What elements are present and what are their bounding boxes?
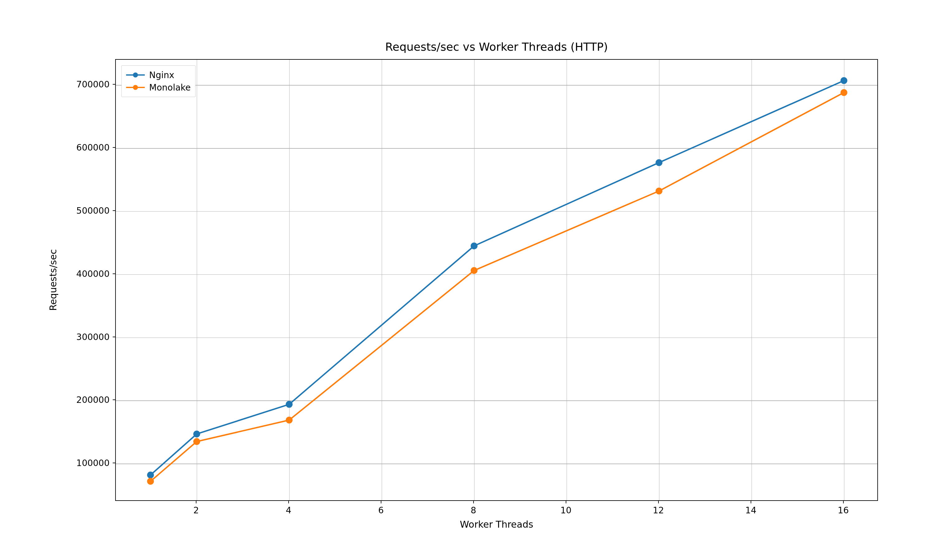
legend-label: Nginx — [149, 70, 174, 80]
series-line — [150, 81, 844, 475]
x-tick-label: 12 — [653, 505, 664, 515]
x-tick-label: 2 — [193, 505, 199, 515]
series-marker — [147, 478, 154, 485]
x-tick-label: 8 — [471, 505, 476, 515]
series-marker — [471, 242, 478, 249]
chart-figure: Requests/sec vs Worker Threads (HTTP) Wo… — [0, 0, 934, 560]
series-marker — [147, 472, 154, 478]
series-marker — [656, 188, 663, 194]
x-tick-mark — [196, 501, 196, 503]
chart-title: Requests/sec vs Worker Threads (HTTP) — [385, 40, 608, 53]
chart-axes — [115, 59, 878, 501]
x-tick-label: 16 — [838, 505, 849, 515]
y-tick-label: 300000 — [76, 332, 109, 342]
legend-item: Nginx — [126, 69, 191, 81]
legend: NginxMonolake — [122, 65, 196, 97]
series-marker — [841, 89, 848, 96]
x-tick-label: 6 — [378, 505, 384, 515]
x-tick-mark — [658, 501, 659, 503]
y-tick-mark — [113, 274, 115, 274]
y-tick-mark — [113, 210, 115, 211]
y-axis-label: Requests/sec — [48, 249, 59, 311]
y-tick-label: 600000 — [76, 143, 109, 153]
x-tick-label: 14 — [745, 505, 757, 515]
y-tick-label: 500000 — [76, 205, 109, 215]
x-tick-mark — [751, 501, 751, 503]
x-axis-label: Worker Threads — [460, 519, 533, 530]
y-tick-label: 200000 — [76, 395, 109, 405]
y-tick-label: 700000 — [76, 79, 109, 89]
x-tick-mark — [473, 501, 474, 503]
y-tick-mark — [113, 337, 115, 337]
y-tick-mark — [113, 84, 115, 85]
series-marker — [286, 401, 293, 408]
series-marker — [656, 159, 663, 166]
series-line — [150, 92, 844, 481]
series-marker — [193, 438, 200, 445]
x-tick-mark — [288, 501, 289, 503]
series-marker — [471, 267, 478, 274]
y-tick-label: 400000 — [76, 268, 109, 279]
x-tick-label: 4 — [286, 505, 291, 515]
y-tick-mark — [113, 147, 115, 148]
x-tick-mark — [381, 501, 381, 503]
legend-item: Monolake — [126, 81, 191, 94]
series-marker — [193, 431, 200, 437]
y-tick-mark — [113, 400, 115, 400]
y-tick-mark — [113, 463, 115, 463]
x-tick-label: 10 — [560, 505, 572, 515]
series-marker — [841, 77, 848, 84]
legend-swatch — [126, 83, 145, 92]
y-tick-label: 100000 — [76, 458, 109, 468]
x-tick-mark — [566, 501, 566, 503]
legend-label: Monolake — [149, 82, 191, 93]
plot-canvas — [116, 60, 879, 502]
series-marker — [286, 417, 293, 423]
legend-swatch — [126, 70, 145, 80]
x-tick-mark — [843, 501, 844, 503]
